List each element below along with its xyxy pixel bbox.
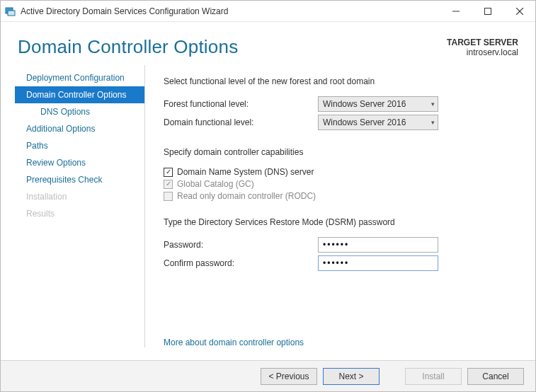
confirm-password-input[interactable]: [318, 255, 438, 271]
target-server-box: TARGET SERVER introserv.local: [447, 36, 518, 57]
domain-functional-level-label: Domain functional level:: [164, 117, 318, 127]
forest-functional-level-value: Windows Server 2016: [323, 99, 406, 109]
minimize-button[interactable]: [440, 1, 472, 22]
capabilities-heading: Specify domain controller capabilities: [164, 147, 517, 157]
functional-level-heading: Select functional level of the new fores…: [164, 76, 517, 86]
global-catalog-checkbox: [164, 180, 173, 189]
dns-server-checkbox-row[interactable]: Domain Name System (DNS) server: [164, 167, 517, 177]
sidebar-item-review-options[interactable]: Review Options: [15, 154, 144, 171]
sidebar-item-domain-controller-options[interactable]: Domain Controller Options: [15, 86, 144, 103]
content: Select functional level of the new fores…: [145, 65, 535, 347]
forest-functional-level-label: Forest functional level:: [164, 99, 318, 109]
dns-server-checkbox[interactable]: [164, 168, 173, 177]
password-input[interactable]: [318, 237, 438, 253]
titlebar: Active Directory Domain Services Configu…: [1, 1, 535, 22]
sidebar-item-installation: Installation: [15, 188, 144, 205]
target-server-label: TARGET SERVER: [447, 38, 518, 47]
password-label: Password:: [164, 240, 318, 250]
sidebar-item-additional-options[interactable]: Additional Options: [15, 120, 144, 137]
dsrm-heading: Type the Directory Services Restore Mode…: [164, 217, 517, 227]
more-about-link[interactable]: More about domain controller options: [164, 338, 304, 347]
rodc-checkbox: [164, 192, 173, 201]
domain-functional-level-select[interactable]: Windows Server 2016 ▾: [318, 115, 438, 130]
next-button[interactable]: Next >: [323, 368, 380, 385]
svg-rect-3: [484, 8, 491, 14]
header: Domain Controller Options TARGET SERVER …: [1, 22, 535, 65]
sidebar-item-results: Results: [15, 205, 144, 222]
sidebar: Deployment Configuration Domain Controll…: [15, 65, 145, 347]
maximize-button[interactable]: [472, 1, 503, 22]
global-catalog-label: Global Catalog (GC): [177, 179, 254, 189]
forest-functional-level-select[interactable]: Windows Server 2016 ▾: [318, 96, 438, 112]
window-title: Active Directory Domain Services Configu…: [21, 6, 440, 16]
page-title: Domain Controller Options: [18, 36, 447, 58]
chevron-down-icon: ▾: [431, 119, 435, 126]
previous-button[interactable]: < Previous: [261, 368, 317, 385]
window-controls: [440, 1, 535, 22]
close-button[interactable]: [503, 1, 535, 22]
body: Deployment Configuration Domain Controll…: [1, 65, 535, 347]
footer: < Previous Next > Install Cancel: [1, 360, 535, 391]
sidebar-item-prerequisites-check[interactable]: Prerequisites Check: [15, 171, 144, 188]
target-server-value: introserv.local: [447, 47, 518, 57]
rodc-label: Read only domain controller (RODC): [177, 191, 316, 201]
svg-rect-1: [8, 11, 15, 16]
cancel-button[interactable]: Cancel: [467, 368, 524, 385]
confirm-password-label: Confirm password:: [164, 258, 318, 268]
rodc-checkbox-row: Read only domain controller (RODC): [164, 191, 517, 201]
install-button: Install: [405, 368, 462, 385]
chevron-down-icon: ▾: [431, 100, 435, 108]
sidebar-item-dns-options[interactable]: DNS Options: [15, 103, 144, 120]
global-catalog-checkbox-row: Global Catalog (GC): [164, 179, 517, 189]
sidebar-item-paths[interactable]: Paths: [15, 137, 144, 154]
sidebar-item-deployment-configuration[interactable]: Deployment Configuration: [15, 69, 144, 86]
app-icon: [5, 6, 16, 17]
dns-server-label: Domain Name System (DNS) server: [177, 167, 314, 177]
domain-functional-level-value: Windows Server 2016: [323, 117, 406, 127]
